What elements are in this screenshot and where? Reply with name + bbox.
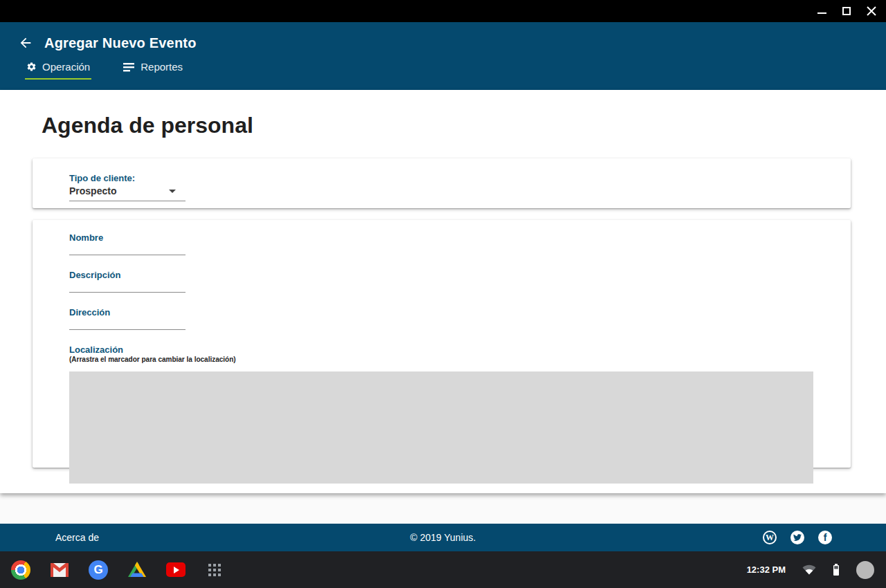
nombre-input[interactable] xyxy=(69,243,186,255)
client-type-label: Tipo de cliente: xyxy=(69,173,851,183)
clock: 12:32 PM xyxy=(747,564,786,575)
screen: Agregar Nuevo Evento Operación Reportes … xyxy=(0,0,886,588)
battery-icon[interactable] xyxy=(833,564,840,576)
copyright-text: © 2019 Yunius. xyxy=(0,532,886,543)
sort-icon xyxy=(123,62,135,72)
status-tray[interactable]: 12:32 PM xyxy=(747,561,874,579)
app-header: Agregar Nuevo Evento Operación Reportes xyxy=(0,22,886,90)
direccion-input[interactable] xyxy=(69,318,186,330)
footer-spacer xyxy=(0,493,886,524)
google-icon[interactable]: G xyxy=(89,560,108,580)
twitter-icon[interactable] xyxy=(790,531,804,544)
nombre-label: Nombre xyxy=(69,232,813,243)
wifi-icon[interactable] xyxy=(802,564,816,575)
taskbar: G 12:32 PM xyxy=(0,551,886,588)
about-link[interactable]: Acerca de xyxy=(55,532,99,543)
client-type-card: Tipo de cliente: Prospecto xyxy=(33,158,851,208)
tab-operacion[interactable]: Operación xyxy=(25,57,91,80)
drive-icon[interactable] xyxy=(127,560,147,580)
descripcion-label: Descripción xyxy=(69,270,813,280)
client-type-select[interactable]: Prospecto xyxy=(69,185,186,201)
maximize-icon[interactable] xyxy=(842,6,851,16)
minimize-icon[interactable] xyxy=(817,6,826,16)
window-titlebar xyxy=(0,0,886,22)
localizacion-label: Localización xyxy=(69,344,813,355)
main-content: Agenda de personal Tipo de cliente: Pros… xyxy=(0,90,886,493)
close-icon[interactable] xyxy=(867,6,876,16)
tab-label: Reportes xyxy=(141,61,183,73)
event-form-card: Nombre Descripción Dirección Localizació… xyxy=(33,220,851,468)
chevron-down-icon xyxy=(169,190,176,193)
page-header-title: Agregar Nuevo Evento xyxy=(44,35,197,51)
direccion-label: Dirección xyxy=(69,307,813,318)
client-type-value: Prospecto xyxy=(69,185,116,196)
facebook-icon[interactable]: f xyxy=(818,531,832,544)
map-placeholder[interactable] xyxy=(69,371,813,484)
youtube-icon[interactable] xyxy=(166,560,186,580)
back-arrow-icon[interactable] xyxy=(17,34,35,52)
app-launcher-icon[interactable] xyxy=(205,560,224,580)
localizacion-hint: (Arrastra el marcador para cambiar la lo… xyxy=(69,356,813,363)
descripcion-input[interactable] xyxy=(69,280,186,293)
wordpress-icon[interactable]: W xyxy=(763,531,777,544)
chrome-icon[interactable] xyxy=(11,560,30,580)
gear-icon xyxy=(26,62,37,72)
tabs: Operación Reportes xyxy=(17,57,886,80)
tab-reportes[interactable]: Reportes xyxy=(122,57,184,80)
tab-label: Operación xyxy=(42,61,90,73)
site-footer: © 2019 Yunius. Acerca de W f xyxy=(0,524,886,551)
avatar[interactable] xyxy=(856,561,874,579)
gmail-icon[interactable] xyxy=(50,560,69,580)
page-title: Agenda de personal xyxy=(42,113,886,138)
